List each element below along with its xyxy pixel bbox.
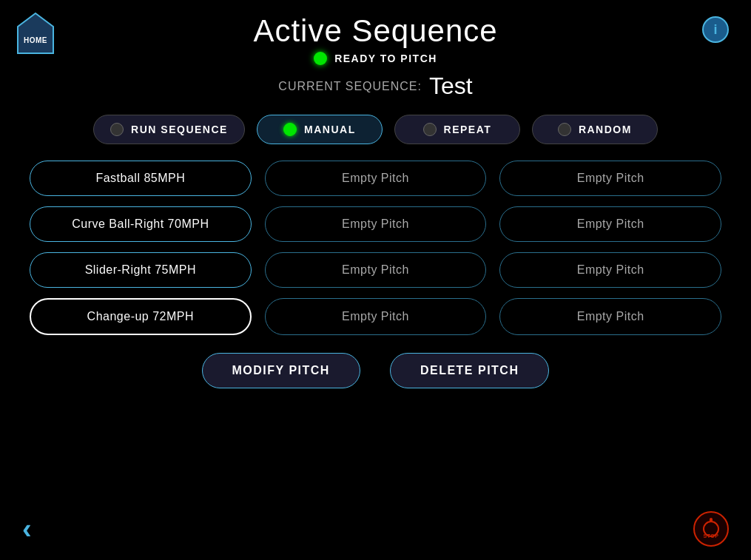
action-buttons-row: MODIFY PITCH DELETE PITCH bbox=[0, 353, 751, 388]
info-button[interactable]: i bbox=[702, 16, 729, 43]
mode-dot-run-sequence bbox=[110, 123, 124, 136]
stop-button[interactable]: STOP bbox=[693, 511, 729, 547]
mode-label-manual: MANUAL bbox=[304, 124, 356, 135]
status-row: READY TO PITCH bbox=[0, 52, 751, 65]
back-button[interactable]: ‹ bbox=[22, 515, 32, 543]
modify-pitch-button[interactable]: MODIFY PITCH bbox=[202, 353, 360, 388]
status-text: READY TO PITCH bbox=[334, 53, 437, 64]
mode-run-sequence[interactable]: RUN SEQUENCE bbox=[93, 115, 245, 144]
pitch-btn-r1-c0[interactable]: Curve Ball-Right 70MPH bbox=[30, 206, 252, 242]
stop-label: STOP bbox=[704, 533, 719, 539]
info-icon: i bbox=[713, 22, 717, 38]
ready-status-dot bbox=[314, 52, 327, 65]
page-title: Active Sequence bbox=[253, 13, 497, 49]
pitch-btn-r3-c0[interactable]: Change-up 72MPH bbox=[30, 298, 252, 335]
pitch-btn-r1-c2[interactable]: Empty Pitch bbox=[499, 206, 721, 242]
mode-repeat[interactable]: REPEAT bbox=[394, 115, 520, 144]
pitch-btn-r3-c2[interactable]: Empty Pitch bbox=[499, 298, 721, 335]
pitch-grid: Fastball 85MPHEmpty PitchEmpty PitchCurv… bbox=[0, 161, 751, 335]
pitch-btn-r2-c1[interactable]: Empty Pitch bbox=[265, 252, 487, 288]
mode-label-repeat: REPEAT bbox=[444, 124, 492, 135]
pitch-btn-r3-c1[interactable]: Empty Pitch bbox=[265, 298, 487, 335]
pitch-btn-r2-c2[interactable]: Empty Pitch bbox=[499, 252, 721, 288]
mode-dot-manual bbox=[283, 123, 297, 136]
pitch-btn-r0-c2[interactable]: Empty Pitch bbox=[499, 161, 721, 196]
pitch-btn-r2-c0[interactable]: Slider-Right 75MPH bbox=[30, 252, 252, 288]
current-sequence-label: CURRENT SEQUENCE: bbox=[278, 80, 422, 93]
mode-buttons-row: RUN SEQUENCE MANUAL REPEAT RANDOM bbox=[0, 115, 751, 144]
mode-label-run-sequence: RUN SEQUENCE bbox=[131, 124, 228, 135]
mode-dot-repeat bbox=[423, 123, 437, 136]
header: Active Sequence i bbox=[0, 0, 751, 52]
pitch-btn-r0-c0[interactable]: Fastball 85MPH bbox=[30, 161, 252, 196]
pitch-btn-r0-c1[interactable]: Empty Pitch bbox=[265, 161, 487, 196]
footer-nav: ‹ STOP bbox=[0, 511, 751, 547]
current-sequence-value: Test bbox=[429, 72, 473, 100]
mode-dot-random bbox=[558, 123, 571, 136]
mode-label-random: RANDOM bbox=[579, 124, 632, 135]
mode-manual[interactable]: MANUAL bbox=[257, 115, 383, 144]
pitch-btn-r1-c1[interactable]: Empty Pitch bbox=[265, 206, 487, 242]
current-sequence-row: CURRENT SEQUENCE: Test bbox=[0, 72, 751, 100]
delete-pitch-button[interactable]: DELETE PITCH bbox=[390, 353, 550, 388]
mode-random[interactable]: RANDOM bbox=[532, 115, 658, 144]
